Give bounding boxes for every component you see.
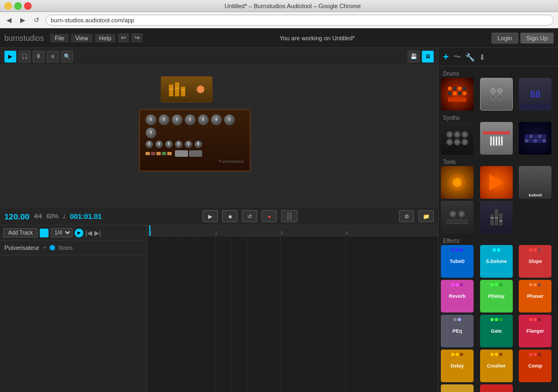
reload-button[interactable]: ↺ [32, 15, 41, 25]
tile-text-crusher: Crusher [484, 361, 508, 371]
instrument-tile-more1[interactable] [441, 384, 474, 392]
track-skip-left[interactable]: |◀ [86, 229, 92, 237]
instrument-tile-drums3[interactable]: 88 [519, 78, 551, 111]
record-button[interactable]: ● [262, 210, 277, 222]
synth-knob-12[interactable] [175, 140, 183, 148]
signup-button[interactable]: Sign Up [520, 33, 554, 44]
desktop-button[interactable]: 🖥 [422, 51, 434, 63]
track-item-pulverisateur[interactable]: Pulverisateur + Notes [0, 241, 147, 255]
bars-button[interactable]: ≡ [47, 51, 59, 63]
play-toolbar-button[interactable]: ▶ [4, 51, 16, 63]
instrument-tile-more2[interactable] [480, 384, 513, 392]
grid-sub-4 [231, 236, 232, 392]
effects-grid: TubeD S.Delune Sl [441, 245, 556, 392]
instrument-tile-tools2[interactable] [480, 166, 513, 199]
instruments-scroll[interactable]: Drums [439, 66, 558, 392]
synth-knob-1[interactable] [145, 114, 156, 125]
tile-text-delay: Delay [448, 361, 466, 371]
chrome-titlebar: Untitled* – Burnstudios Audiotool – Goog… [0, 0, 558, 12]
synth-knob-9[interactable] [145, 140, 153, 148]
instrument-tile-tools5[interactable] [480, 201, 513, 234]
folder-button[interactable]: 📁 [418, 210, 434, 222]
tile-text-peq: PEq [450, 326, 464, 336]
instrument-tile-tools4[interactable] [441, 201, 474, 234]
instrument-tile-tubedist[interactable]: TubeD [441, 245, 474, 278]
synth-knob-7[interactable] [224, 114, 235, 125]
file-menu[interactable]: File [50, 34, 69, 42]
app-header: burnstudios File View Help ↩ ↪ You are w… [0, 28, 558, 48]
add-track-button[interactable]: Add Track [3, 228, 38, 237]
instrument-tile-reverb[interactable]: Reverb [441, 280, 474, 313]
instrument-tile-comp[interactable]: Comp [519, 350, 551, 382]
play-button[interactable]: ▶ [203, 210, 218, 222]
instrument-tile-tools3[interactable]: kobolt [519, 166, 551, 199]
zoom-button[interactable]: 🔍 [61, 51, 73, 63]
zoom-display[interactable]: 60% [46, 213, 58, 219]
save-button[interactable]: 💾 [408, 51, 420, 63]
time-sig-display[interactable]: 4/4 [34, 213, 42, 219]
synth-knob-6[interactable] [211, 114, 222, 125]
category-drums: Drums [441, 69, 556, 78]
instrument-tile-synth2[interactable] [480, 122, 513, 155]
window-title: Untitled* – Burnstudios Audiotool – Goog… [32, 3, 554, 9]
synth-device[interactable]: Pulverisateur [139, 109, 251, 171]
instrument-tile-peq[interactable]: PEq [441, 315, 474, 347]
undo-button[interactable]: ↩ [118, 33, 129, 42]
login-button[interactable]: Login [492, 33, 518, 44]
track-skip-right[interactable]: ▶| [94, 229, 101, 237]
help-menu[interactable]: Help [95, 34, 116, 42]
forward-button[interactable]: ▶ [18, 15, 27, 25]
stop-button[interactable]: ■ [222, 210, 238, 222]
address-input[interactable] [46, 15, 554, 26]
synth-knob-14[interactable] [195, 140, 202, 148]
panel-wave-button[interactable]: 〜 [453, 52, 461, 62]
track-play-button[interactable]: ▶ [75, 229, 83, 237]
synth-knob-11[interactable] [165, 140, 173, 148]
redo-button[interactable]: ↪ [131, 33, 143, 42]
synth-knob-2[interactable] [159, 114, 169, 125]
instrument-tile-tools1[interactable] [441, 166, 474, 199]
back-button[interactable]: ◀ [4, 15, 14, 25]
instrument-tile-delay[interactable]: Delay [441, 350, 474, 382]
mic-button[interactable]: 🎙 [33, 51, 45, 63]
notes-label: Notes [58, 245, 72, 251]
mixer-device[interactable] [161, 76, 213, 102]
timeline-grid[interactable] [147, 236, 438, 392]
tile-text-pdelay: PDelay [486, 291, 507, 302]
loop-button[interactable]: ↺ [242, 210, 257, 222]
bpm-display[interactable]: 120.00 [4, 212, 29, 221]
instrument-tile-gate[interactable]: Gate [480, 315, 513, 347]
settings-button[interactable]: ⚙ [399, 210, 414, 222]
instrument-tile-crusher[interactable]: Crusher [480, 350, 513, 382]
synth-knob-10[interactable] [155, 140, 163, 148]
track-add-button[interactable]: + [43, 244, 46, 252]
instrument-tile-synth1[interactable] [441, 122, 474, 155]
instrument-tile-drums1[interactable] [441, 78, 474, 111]
synth-knob-5[interactable] [198, 114, 209, 125]
instrument-tile-slope[interactable]: Slope [519, 245, 551, 278]
instrument-tile-flanger[interactable]: Flanger [519, 315, 551, 347]
synth-knob-4[interactable] [185, 114, 196, 125]
instrument-tile-sdelune[interactable]: S.Delune [480, 245, 513, 278]
track-dot [50, 245, 55, 250]
restore-button[interactable] [14, 2, 22, 10]
tile-text-tubedist: TubeD [447, 256, 466, 267]
instrument-tile-phaser[interactable]: Phaser [519, 280, 551, 313]
canvas-area[interactable]: Pulverisateur [0, 65, 438, 207]
instrument-tile-pdelay[interactable]: PDelay [480, 280, 513, 313]
panel-add-button[interactable]: + [443, 51, 449, 63]
synth-knob-3[interactable] [172, 114, 183, 125]
headphones-button[interactable]: 🎧 [19, 51, 31, 63]
synth-knob-8[interactable] [145, 127, 156, 138]
instrument-tile-synth3[interactable] [519, 122, 551, 155]
grid-sub-1 [166, 236, 166, 392]
track-division-select[interactable]: 1/4 [51, 228, 72, 237]
panel-wrench-button[interactable]: 🔧 [465, 53, 475, 62]
synth-knob-13[interactable] [185, 140, 192, 148]
minimize-button[interactable] [4, 2, 12, 10]
view-menu[interactable]: View [71, 34, 93, 42]
instrument-tile-drums2[interactable] [480, 78, 513, 111]
track-size-button[interactable] [40, 229, 48, 237]
close-button[interactable] [24, 2, 32, 10]
panel-download-button[interactable]: ⬇ [479, 53, 486, 62]
